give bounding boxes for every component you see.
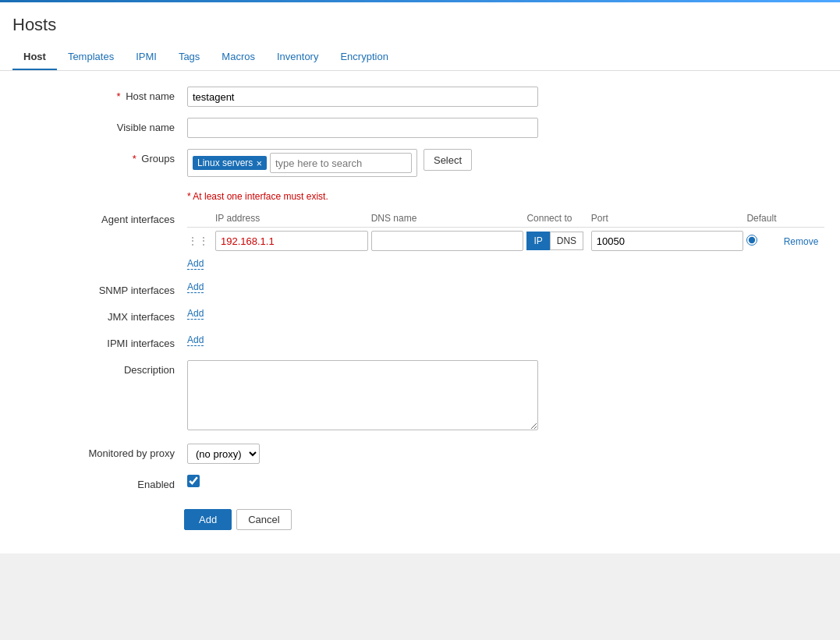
snmp-interfaces-row: SNMP interfaces Add: [16, 281, 824, 296]
visible-name-row: Visible name: [0, 118, 840, 138]
dns-cell: [371, 228, 527, 255]
port-input[interactable]: [591, 231, 744, 251]
host-name-label: * Host name: [16, 87, 187, 102]
select-button[interactable]: Select: [424, 149, 472, 171]
tab-macros[interactable]: Macros: [211, 44, 266, 70]
drag-cell: ⋮⋮: [187, 228, 215, 255]
connect-ip-button[interactable]: IP: [526, 232, 549, 250]
remove-cell: Remove: [784, 228, 824, 255]
jmx-add-link[interactable]: Add: [187, 308, 204, 320]
add-button[interactable]: Add: [184, 509, 232, 530]
ipmi-interfaces-section: IPMI interfaces Add: [0, 334, 840, 349]
tab-ipmi[interactable]: IPMI: [125, 44, 168, 70]
interfaces-header-row: IP address DNS name Connect to Port Defa…: [187, 210, 824, 228]
th-connect: Connect to: [526, 210, 590, 228]
group-chip-linux-servers: Linux servers ×: [193, 156, 267, 170]
ipmi-interfaces-row: IPMI interfaces Add: [16, 334, 824, 349]
enabled-row: Enabled: [0, 475, 840, 490]
host-name-control: [187, 87, 538, 107]
snmp-interfaces-section: SNMP interfaces Add: [0, 281, 840, 296]
page-title: Hosts: [12, 9, 828, 41]
tab-inventory[interactable]: Inventory: [266, 44, 329, 70]
jmx-interfaces-row: JMX interfaces Add: [16, 307, 824, 323]
jmx-interfaces-section: JMX interfaces Add: [0, 307, 840, 323]
groups-label: * Groups: [16, 149, 187, 164]
ip-cell: [215, 228, 371, 255]
drag-handle-icon[interactable]: ⋮⋮: [187, 235, 212, 247]
chip-label: Linux servers: [197, 157, 253, 168]
content-area: * Host name Visible name * Groups Linux …: [0, 71, 840, 553]
proxy-label: Monitored by proxy: [16, 444, 187, 459]
ipmi-interfaces-content: Add: [187, 334, 824, 346]
visible-name-control: [187, 118, 538, 138]
jmx-interfaces-label: JMX interfaces: [16, 307, 187, 323]
groups-row: * Groups Linux servers × Select: [0, 149, 840, 177]
tab-host[interactable]: Host: [12, 44, 57, 70]
agent-interfaces-section: Agent interfaces IP address DNS name Con…: [0, 210, 840, 270]
validation-row: * At least one interface must exist.: [0, 188, 840, 202]
jmx-interfaces-content: Add: [187, 307, 824, 320]
remove-link[interactable]: Remove: [784, 236, 819, 247]
connect-cell: IP DNS: [526, 228, 590, 255]
th-default: Default: [746, 210, 783, 228]
connect-buttons: IP DNS: [526, 232, 587, 250]
cancel-button[interactable]: Cancel: [236, 509, 291, 530]
host-name-input[interactable]: [187, 87, 538, 107]
agent-interfaces-table: IP address DNS name Connect to Port Defa…: [187, 210, 824, 254]
description-row: Description: [0, 360, 840, 433]
groups-search-input[interactable]: [270, 153, 412, 173]
proxy-control: (no proxy): [187, 444, 538, 464]
groups-control-wrapper: Linux servers × Select: [187, 149, 472, 177]
snmp-add-link[interactable]: Add: [187, 281, 204, 293]
proxy-row: Monitored by proxy (no proxy): [0, 444, 840, 464]
visible-name-input[interactable]: [187, 118, 538, 138]
description-textarea[interactable]: [187, 360, 538, 430]
dns-name-input[interactable]: [371, 231, 524, 251]
groups-required-star: *: [133, 153, 136, 164]
agent-interfaces-row: Agent interfaces IP address DNS name Con…: [16, 210, 824, 270]
tab-templates[interactable]: Templates: [57, 44, 125, 70]
proxy-select[interactable]: (no proxy): [187, 444, 260, 464]
tabs-nav: Host Templates IPMI Tags Macros Inventor…: [12, 44, 828, 70]
connect-dns-button[interactable]: DNS: [550, 232, 583, 250]
th-dns: DNS name: [371, 210, 527, 228]
enabled-control: [187, 475, 538, 490]
ip-address-input[interactable]: [215, 231, 368, 251]
ipmi-add-link[interactable]: Add: [187, 334, 204, 346]
description-label: Description: [16, 360, 187, 376]
groups-multiselect[interactable]: Linux servers ×: [187, 149, 417, 177]
validation-message: * At least one interface must exist.: [187, 191, 328, 202]
ipmi-interfaces-label: IPMI interfaces: [16, 334, 187, 349]
page-header: Hosts Host Templates IPMI Tags Macros In…: [0, 2, 840, 71]
snmp-interfaces-content: Add: [187, 281, 824, 293]
default-cell: [746, 228, 783, 255]
snmp-interfaces-label: SNMP interfaces: [16, 281, 187, 296]
enabled-checkbox[interactable]: [187, 475, 200, 487]
agent-interfaces-content: IP address DNS name Connect to Port Defa…: [187, 210, 824, 270]
form-buttons: Add Cancel: [0, 501, 840, 538]
port-cell: [591, 228, 747, 255]
enabled-label: Enabled: [16, 475, 187, 490]
host-name-row: * Host name: [0, 87, 840, 107]
agent-interfaces-label: Agent interfaces: [16, 210, 187, 225]
tab-tags[interactable]: Tags: [168, 44, 211, 70]
th-action: [784, 210, 824, 228]
default-radio[interactable]: [746, 235, 757, 246]
th-ip: IP address: [215, 210, 371, 228]
description-control: [187, 360, 538, 433]
th-drag: [187, 210, 215, 228]
chip-remove-icon[interactable]: ×: [256, 158, 262, 168]
agent-add-link[interactable]: Add: [187, 258, 204, 270]
groups-inner: Linux servers ×: [193, 153, 412, 173]
visible-name-label: Visible name: [16, 118, 187, 133]
required-star: *: [116, 90, 120, 102]
tab-encryption[interactable]: Encryption: [329, 44, 399, 70]
th-port: Port: [591, 210, 747, 228]
agent-interface-row-1: ⋮⋮ IP DNS: [187, 228, 824, 255]
